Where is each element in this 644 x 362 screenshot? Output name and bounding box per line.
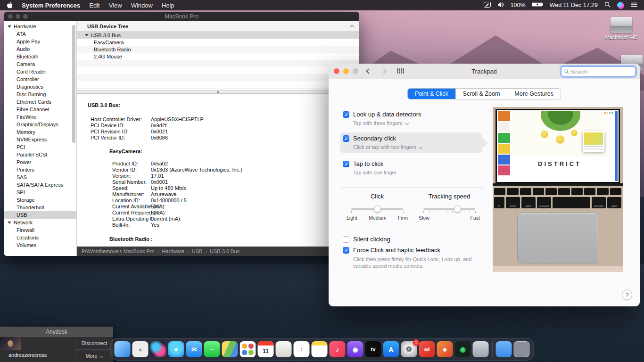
notes-icon[interactable] <box>312 341 328 357</box>
tv-icon[interactable]: tv <box>365 341 381 357</box>
system-preferences-icon[interactable]: ⚙1 <box>401 341 417 357</box>
calendar-icon[interactable]: 11 <box>258 341 274 357</box>
menu-app-title[interactable]: System Preferences <box>22 2 80 9</box>
close-button[interactable] <box>8 14 13 19</box>
show-all-grid-icon[interactable] <box>397 68 404 74</box>
menu-edit[interactable]: Edit <box>89 2 99 9</box>
pane-splitter[interactable] <box>77 90 359 94</box>
tree-row-usb-bus[interactable]: USB 3.0 Bus <box>77 32 359 39</box>
forward-button[interactable] <box>380 67 388 75</box>
look-up-checkbox[interactable] <box>343 111 349 118</box>
sidebar-item-camera[interactable]: Camera <box>4 60 76 68</box>
zoom-button[interactable] <box>353 68 358 74</box>
gem-app-icon[interactable]: ◆ <box>437 341 453 357</box>
sidebar-item-memory[interactable]: Memory <box>4 128 76 136</box>
battery-icon[interactable] <box>532 2 543 8</box>
search-field[interactable] <box>561 66 636 76</box>
photos-icon[interactable] <box>240 341 256 357</box>
sidebar-item-disc-burning[interactable]: Disc Burning <box>4 90 76 98</box>
menu-view[interactable]: View <box>109 2 122 9</box>
sidebar-item-apple-pay[interactable]: Apple Pay <box>4 38 76 45</box>
tab-point-click[interactable]: Point & Click <box>408 89 455 99</box>
green-ring-app-icon[interactable]: ◉ <box>455 341 471 357</box>
close-button[interactable] <box>334 68 339 74</box>
anydesk-titlebar[interactable]: Anydesk <box>0 327 113 337</box>
sidebar-section-network[interactable]: Network <box>4 219 76 226</box>
sidebar-item-pci[interactable]: PCI <box>4 143 76 151</box>
finder-icon[interactable] <box>115 341 131 357</box>
sidebar-item-bluetooth[interactable]: Bluetooth <box>4 53 76 60</box>
messages-icon[interactable]: ••• <box>204 341 220 357</box>
contacts-icon[interactable] <box>276 341 292 357</box>
disclosure-triangle-icon[interactable] <box>85 34 89 36</box>
sidebar-item-diagnostics[interactable]: Diagnostics <box>4 83 76 90</box>
sidebar-scrollbar[interactable] <box>72 25 75 143</box>
sidebar-item-storage[interactable]: Storage <box>4 196 76 204</box>
mail-icon[interactable]: ✉ <box>186 341 202 357</box>
anydesk-icon[interactable]: ad <box>419 341 435 357</box>
breadcrumb-item[interactable]: USB 3.0 Bus <box>210 248 239 254</box>
silent-clicking-checkbox[interactable] <box>343 236 349 243</box>
sidebar-item-printers[interactable]: Printers <box>4 166 76 173</box>
click-slider[interactable] <box>351 206 403 213</box>
sidebar-item-firewire[interactable]: FireWire <box>4 113 76 121</box>
sidebar-item-ethernet-cards[interactable]: Ethernet Cards <box>4 98 76 106</box>
tree-row-bluetooth-radio[interactable]: Bluetooth Radio <box>77 46 359 53</box>
tab-more-gestures[interactable]: More Gestures <box>507 89 561 99</box>
tree-row-easycamera[interactable]: EasyCamera <box>77 39 359 46</box>
usb-device-tree-header[interactable]: USB Device Tree <box>77 21 359 32</box>
search-input[interactable] <box>570 69 632 74</box>
sidebar-item-firewall[interactable]: Firewall <box>4 226 76 234</box>
breadcrumb-item[interactable]: PAWonthemove's MacBook Pro <box>82 248 155 254</box>
maps-icon[interactable] <box>222 341 238 357</box>
menu-window[interactable]: Window <box>131 2 153 9</box>
secondary-click-dropdown[interactable]: Click or tap with two fingers <box>353 144 484 150</box>
sidebar-item-parallel-scsi[interactable]: Parallel SCSI <box>4 151 76 158</box>
siri-menu-icon[interactable] <box>617 2 624 9</box>
minimize-button[interactable] <box>343 68 349 74</box>
back-button[interactable] <box>364 67 373 75</box>
disconnect-button[interactable]: Disconnect <box>75 337 113 349</box>
more-button[interactable]: More <box>75 349 113 362</box>
reminders-icon[interactable]: : <box>294 341 310 357</box>
sidebar-section-hardware[interactable]: Hardware <box>4 23 76 30</box>
sidebar-item-ata[interactable]: ATA <box>4 30 76 38</box>
podcasts-icon[interactable]: ◉ <box>347 341 363 357</box>
sidecar-icon[interactable] <box>484 2 491 9</box>
trash-icon[interactable] <box>514 341 530 357</box>
apple-menu-icon[interactable] <box>7 2 13 9</box>
volume-icon[interactable] <box>497 2 504 9</box>
help-button[interactable]: ? <box>622 289 632 300</box>
sidebar-item-fibre-channel[interactable]: Fibre Channel <box>4 106 76 113</box>
tap-to-click-checkbox[interactable] <box>343 161 349 167</box>
minimize-button[interactable] <box>16 14 20 19</box>
sidebar-item-power[interactable]: Power <box>4 158 76 166</box>
force-click-checkbox[interactable] <box>343 247 349 254</box>
menu-clock[interactable]: Wed 11 Dec 17.29 <box>550 2 598 8</box>
desktop-volume-macintosh-hd[interactable]: Macintosh HD <box>605 17 638 40</box>
safari-icon[interactable]: ◆ <box>168 341 184 357</box>
menu-help[interactable]: Help <box>162 2 174 9</box>
chevron-up-icon[interactable] <box>350 25 354 28</box>
sidebar-item-volumes[interactable]: Volumes <box>4 241 76 249</box>
zoom-button[interactable] <box>23 14 28 19</box>
launchpad-icon[interactable]: ▲ <box>132 341 149 357</box>
tab-scroll-zoom[interactable]: Scroll & Zoom <box>455 89 507 99</box>
look-up-dropdown[interactable]: Tap with three fingers <box>353 120 484 126</box>
sidebar-item-sas[interactable]: SAS <box>4 173 76 181</box>
music-icon[interactable]: ♪ <box>330 341 346 357</box>
sidebar-item-thunderbolt[interactable]: Thunderbolt <box>4 204 76 211</box>
sidebar-item-usb[interactable]: USB <box>4 211 76 219</box>
sidebar-item-sata-sata-express[interactable]: SATA/SATA Express <box>4 181 76 189</box>
menu-lines-icon[interactable] <box>631 2 637 8</box>
slider-thumb[interactable] <box>454 206 461 213</box>
sidebar-item-nvmexpress[interactable]: NVMExpress <box>4 136 76 143</box>
breadcrumb-item[interactable]: USB <box>192 248 203 254</box>
breadcrumb-item[interactable]: Hardware <box>162 248 184 254</box>
siri-icon[interactable] <box>150 341 166 357</box>
tree-row-2-4g-mouse[interactable]: 2.4G Mouse <box>77 53 359 60</box>
downloads-folder-icon[interactable] <box>496 341 512 357</box>
sysinfo-titlebar[interactable]: MacBook Pro <box>4 12 359 21</box>
sidebar-item-card-reader[interactable]: Card Reader <box>4 68 76 75</box>
sidebar-item-locations[interactable]: Locations <box>4 234 76 241</box>
